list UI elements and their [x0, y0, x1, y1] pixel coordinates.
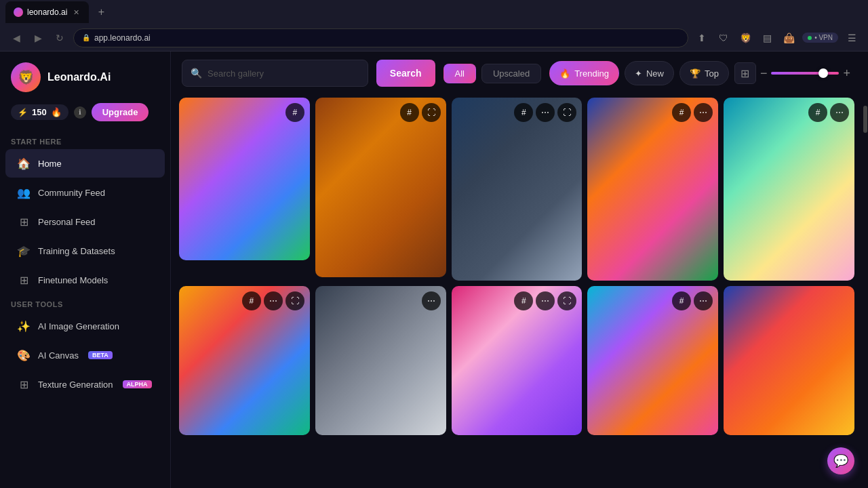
remix-btn[interactable]: #: [285, 103, 304, 122]
gallery-item-flowers[interactable]: # ⋯: [587, 98, 718, 281]
address-bar-row: ◀ ▶ ↻ 🔒 app.leonardo.ai ⬆ 🛡 🦁 ▤ 👜 • VPN …: [0, 24, 868, 52]
gallery-item-colorful[interactable]: # ⋯: [587, 286, 718, 435]
remix-btn-5[interactable]: #: [808, 103, 827, 122]
options-btn-3[interactable]: ⋯: [536, 103, 555, 122]
reload-btn[interactable]: ↻: [52, 30, 68, 46]
sidebar-item-community-feed[interactable]: 👥 Community Feed: [5, 178, 165, 207]
chat-fab[interactable]: 💬: [827, 447, 854, 474]
logo-text: Leonardo.Ai: [47, 71, 111, 83]
sidebar-item-finetuned[interactable]: ⊞ Finetuned Models: [5, 266, 165, 294]
sidebar-item-texture[interactable]: ⊞ Texture Generation ALPHA: [5, 370, 165, 399]
tab-title: leonardo.ai: [27, 7, 67, 17]
token-info-btn[interactable]: ℹ: [74, 106, 86, 119]
filter-all-tab[interactable]: All: [443, 64, 476, 83]
sidebar-logo: Leonardo.Ai: [0, 62, 170, 103]
grid-view-btn[interactable]: ⊞: [734, 62, 756, 84]
new-icon: ✦: [635, 68, 642, 79]
sidebar-btn[interactable]: ▤: [759, 30, 775, 46]
gallery-item-warrior[interactable]: # ⋯ ⛶: [452, 98, 583, 281]
vpn-badge[interactable]: • VPN: [802, 33, 838, 43]
gallery-item-overlay-8: # ⋯ ⛶: [514, 291, 576, 310]
token-count: 150: [32, 107, 47, 117]
upgrade-button[interactable]: Upgrade: [92, 103, 149, 121]
tab-favicon: [14, 7, 23, 17]
brave-btn[interactable]: 🦁: [737, 30, 753, 46]
options-btn-7[interactable]: ⋯: [422, 291, 441, 310]
options-btn-5[interactable]: ⋯: [830, 103, 849, 122]
search-input-wrap[interactable]: 🔍: [182, 60, 368, 87]
sort-top-label: Top: [705, 68, 719, 79]
token-icon: ⚡: [18, 108, 28, 117]
ai-canvas-icon: 🎨: [16, 348, 31, 363]
sort-new-btn[interactable]: ✦ New: [625, 61, 674, 85]
expand-btn-6[interactable]: ⛶: [285, 291, 304, 310]
gallery-item-warrior2[interactable]: ⋯: [315, 286, 446, 435]
sidebar-item-ai-canvas[interactable]: 🎨 AI Canvas BETA: [5, 341, 165, 369]
active-tab[interactable]: leonardo.ai ✕: [5, 1, 89, 23]
remix-btn-6[interactable]: #: [242, 291, 261, 310]
lock-icon: 🔒: [82, 34, 90, 41]
sort-top-btn[interactable]: 🏆 Top: [679, 61, 729, 85]
community-feed-icon: 👥: [16, 185, 31, 200]
share-btn[interactable]: ⬆: [694, 30, 710, 46]
sidebar-item-training[interactable]: 🎓 Training & Datasets: [5, 237, 165, 265]
right-scrollbar[interactable]: [863, 52, 868, 488]
address-bar[interactable]: 🔒 app.leonardo.ai: [73, 28, 688, 47]
sidebar-item-ai-image[interactable]: ✨ AI Image Generation: [5, 312, 165, 340]
remix-btn-9[interactable]: #: [672, 291, 691, 310]
new-tab-btn[interactable]: +: [92, 3, 111, 22]
sidebar-item-finetuned-label: Finetuned Models: [38, 275, 108, 285]
sort-trending-btn[interactable]: 🔥 Trending: [549, 61, 619, 85]
filter-tabs: All Upscaled: [443, 64, 542, 83]
wallet-btn[interactable]: 👜: [781, 30, 797, 46]
sidebar-item-home-label: Home: [38, 159, 62, 169]
gallery-row-2: # ⋯ ⛶ ⋯ # ⋯ ⛶: [179, 286, 854, 435]
gallery-item-overlay-3: # ⋯ ⛶: [514, 103, 576, 122]
training-icon: 🎓: [16, 243, 31, 258]
gallery-item-fantasy[interactable]: # ⋯ ⛶: [452, 286, 583, 435]
remix-btn-2[interactable]: #: [400, 103, 419, 122]
menu-btn[interactable]: ☰: [844, 30, 860, 46]
app-body: Leonardo.Ai ⚡ 150 🔥 ℹ Upgrade Start Here…: [0, 52, 868, 488]
gallery-item-egypt[interactable]: # ⛶: [315, 98, 446, 277]
gallery-item-lion[interactable]: #: [179, 98, 310, 260]
sort-trending-label: Trending: [574, 68, 609, 79]
sidebar-item-home[interactable]: 🏠 Home: [5, 149, 165, 178]
forward-btn[interactable]: ▶: [30, 30, 46, 46]
search-input[interactable]: [208, 68, 359, 79]
back-btn[interactable]: ◀: [8, 30, 24, 46]
filter-upscaled-tab[interactable]: Upscaled: [481, 64, 541, 83]
gallery-row-1: # # ⛶ # ⋯ ⛶: [179, 98, 854, 281]
tab-bar: leonardo.ai ✕ +: [0, 0, 868, 24]
shield-btn[interactable]: 🛡: [715, 30, 732, 46]
options-btn-9[interactable]: ⋯: [694, 291, 713, 310]
options-btn-8[interactable]: ⋯: [536, 291, 555, 310]
options-btn-6[interactable]: ⋯: [264, 291, 283, 310]
sidebar-item-community-label: Community Feed: [38, 188, 105, 198]
gallery: # # ⛶ # ⋯ ⛶: [171, 95, 863, 488]
remix-btn-8[interactable]: #: [514, 291, 533, 310]
browser-chrome: leonardo.ai ✕ + ◀ ▶ ↻ 🔒 app.leonardo.ai …: [0, 0, 868, 52]
gallery-item-floral2[interactable]: [724, 286, 854, 435]
gallery-item-overlay: #: [285, 103, 304, 122]
expand-btn-2[interactable]: ⛶: [422, 103, 441, 122]
expand-btn-3[interactable]: ⛶: [557, 103, 576, 122]
search-button[interactable]: Search: [376, 60, 435, 87]
sidebar-item-personal-feed[interactable]: ⊞ Personal Feed: [5, 207, 165, 236]
token-badge: ⚡ 150 🔥: [11, 104, 68, 120]
expand-btn-8[interactable]: ⛶: [557, 291, 576, 310]
zoom-slider[interactable]: [771, 72, 839, 75]
gallery-item-koala[interactable]: # ⋯: [724, 98, 854, 281]
gallery-item-anime[interactable]: # ⋯ ⛶: [179, 286, 310, 435]
zoom-plus-btn[interactable]: +: [842, 66, 852, 81]
vpn-label: • VPN: [814, 34, 833, 41]
trending-dot: 🔥: [559, 68, 570, 79]
remix-btn-4[interactable]: #: [672, 103, 691, 122]
options-btn-4[interactable]: ⋯: [694, 103, 713, 122]
topbar: 🔍 Search All Upscaled 🔥 Trending ✦ New 🏆: [171, 52, 863, 95]
main-content: 🔍 Search All Upscaled 🔥 Trending ✦ New 🏆: [171, 52, 863, 488]
tab-close-btn[interactable]: ✕: [71, 7, 81, 17]
sort-new-label: New: [646, 68, 664, 79]
zoom-minus-btn[interactable]: −: [759, 66, 769, 81]
remix-btn-3[interactable]: #: [514, 103, 533, 122]
